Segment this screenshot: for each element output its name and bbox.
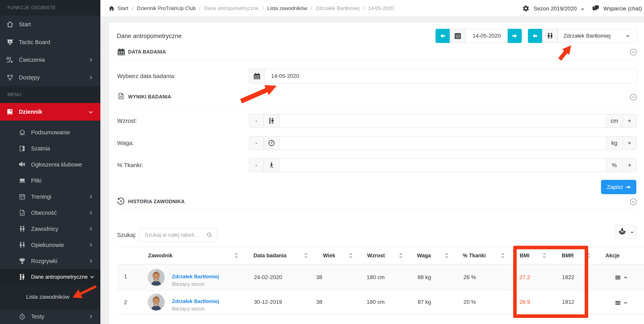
svg-text:31: 31 <box>21 196 24 199</box>
